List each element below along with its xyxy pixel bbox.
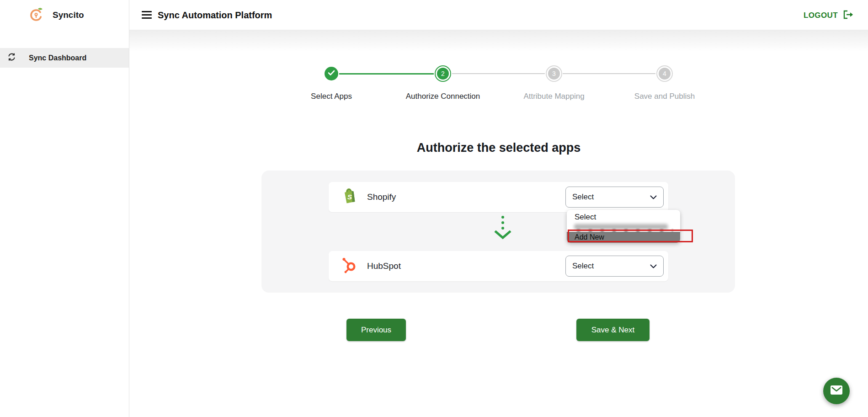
step-3-circle[interactable]: 3: [546, 65, 562, 82]
check-icon: [328, 70, 335, 78]
syncito-logo-icon: [29, 6, 43, 24]
page-title: Sync Automation Platform: [158, 10, 272, 21]
step-2-label: Authorize Connection: [383, 92, 502, 101]
sidebar: Syncito Sync Dashboard: [0, 0, 129, 417]
flow-dot: [501, 227, 504, 230]
shopify-connection-select[interactable]: Select: [565, 187, 664, 208]
previous-button[interactable]: Previous: [346, 319, 406, 341]
sync-icon: [7, 53, 16, 63]
arrow-down-icon: [494, 230, 511, 242]
step-4-number: 4: [659, 68, 671, 80]
logout-label: LOGOUT: [804, 11, 838, 20]
app-name: HubSpot: [367, 261, 401, 271]
save-next-button[interactable]: Save & Next: [576, 319, 650, 341]
app-name: Shopify: [367, 192, 396, 202]
step-1-circle-completed[interactable]: [325, 67, 338, 80]
chevron-down-icon: [650, 262, 657, 270]
top-header: Sync Automation Platform LOGOUT: [129, 0, 868, 30]
brand-name: Syncito: [53, 10, 84, 20]
stepper-connector-upcoming: [563, 73, 655, 74]
hubspot-connection-select[interactable]: Select: [565, 256, 664, 277]
shopify-select-dropdown: Select Add New: [567, 210, 680, 243]
envelope-icon: [830, 385, 843, 397]
stepper-connector-upcoming: [452, 73, 545, 74]
shopify-bag-icon: S: [341, 187, 357, 207]
dropdown-option-select[interactable]: Select: [567, 210, 680, 224]
logout-button[interactable]: LOGOUT: [804, 9, 854, 22]
redacted-blur-tails: [577, 229, 673, 232]
step-2-number: 2: [437, 68, 449, 80]
flow-dot: [501, 216, 504, 219]
app-row-shopify: S Shopify Select: [329, 182, 668, 212]
stepper-connector-completed: [339, 73, 434, 75]
step-4-circle[interactable]: 4: [656, 65, 673, 82]
chevron-down-icon: [650, 193, 657, 201]
step-3-number: 3: [548, 68, 560, 80]
hubspot-sprocket-icon: [341, 257, 357, 275]
step-2-circle-active[interactable]: 2: [435, 65, 451, 82]
chat-widget-button[interactable]: [823, 378, 850, 404]
step-4-label: Save and Publish: [605, 92, 724, 101]
brand: Syncito: [29, 6, 84, 24]
section-heading: Authorize the selected apps: [129, 141, 868, 155]
step-3-label: Attribute Mapping: [495, 92, 613, 101]
app-root: Syncito Sync Dashboard Sync Automation P…: [0, 0, 868, 417]
step-1-label: Select Apps: [272, 92, 391, 101]
flow-dot: [501, 221, 504, 224]
header-shadow: [129, 30, 868, 52]
hamburger-menu-icon[interactable]: [142, 11, 152, 19]
svg-text:S: S: [347, 193, 352, 201]
logout-exit-icon: [842, 9, 854, 22]
app-row-hubspot: HubSpot Select: [329, 251, 668, 281]
dropdown-option-redacted[interactable]: [574, 224, 676, 231]
select-value: Select: [572, 192, 594, 202]
sidebar-item-sync-dashboard[interactable]: Sync Dashboard: [0, 48, 129, 68]
select-value: Select: [572, 262, 594, 271]
dropdown-option-add-new[interactable]: Add New: [567, 232, 680, 243]
sidebar-item-label: Sync Dashboard: [29, 54, 86, 62]
